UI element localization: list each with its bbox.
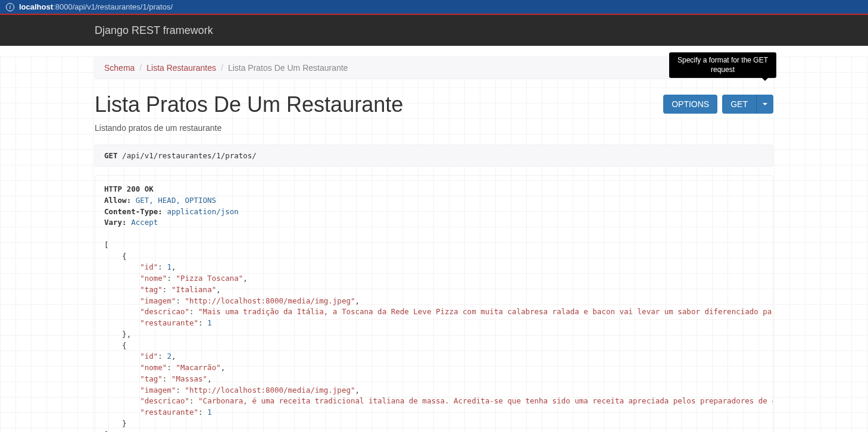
breadcrumb-separator: /: [139, 63, 142, 73]
response-box: HTTP 200 OK Allow: GET, HEAD, OPTIONS Co…: [95, 175, 773, 432]
breadcrumb-schema[interactable]: Schema: [104, 63, 135, 73]
url-text: localhost:8000/api/v1/restaurantes/1/pra…: [19, 2, 173, 11]
browser-url-bar[interactable]: i localhost:8000/api/v1/restaurantes/1/p…: [0, 0, 868, 15]
get-format-dropdown[interactable]: [756, 95, 773, 114]
get-button[interactable]: GET: [722, 95, 756, 114]
breadcrumb-current: Lista Pratos De Um Restaurante: [228, 63, 348, 73]
brand-link[interactable]: Django REST framework: [95, 24, 213, 36]
request-path: /api/v1/restaurantes/1/pratos/: [122, 151, 257, 160]
request-method: GET: [104, 151, 118, 160]
request-box: GET /api/v1/restaurantes/1/pratos/: [95, 145, 773, 167]
breadcrumb-separator: /: [221, 63, 223, 73]
breadcrumb: Schema / Lista Restaurantes / Lista Prat…: [95, 57, 773, 79]
info-icon: i: [6, 3, 14, 11]
format-tooltip: Specify a format for the GET request: [669, 52, 776, 78]
page-title: Lista Pratos De Um Restaurante: [95, 92, 403, 117]
breadcrumb-lista-restaurantes[interactable]: Lista Restaurantes: [146, 63, 216, 73]
response-pre: HTTP 200 OK Allow: GET, HEAD, OPTIONS Co…: [104, 184, 764, 432]
options-button[interactable]: OPTIONS: [663, 95, 717, 114]
page-description: Listando pratos de um restaurante: [95, 123, 773, 133]
button-group: OPTIONS GET: [663, 95, 773, 114]
caret-down-icon: [763, 103, 767, 108]
navbar: Django REST framework: [0, 15, 868, 46]
